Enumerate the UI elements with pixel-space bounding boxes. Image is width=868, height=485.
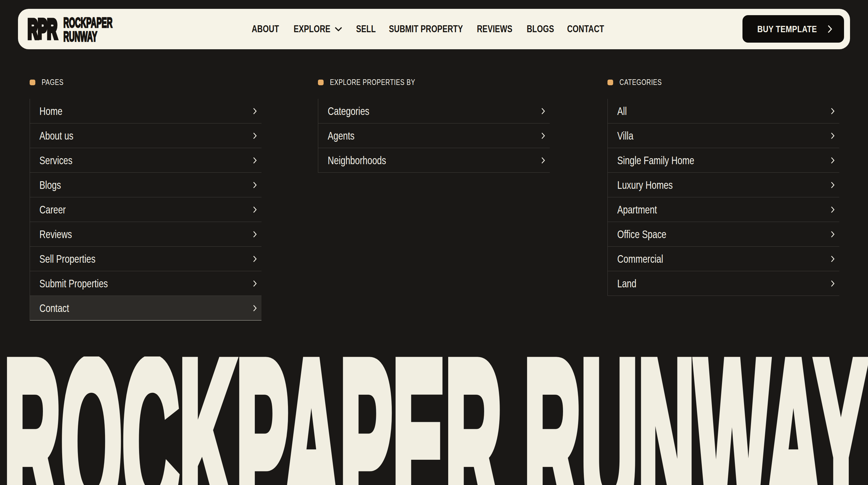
- chevron-right-icon: [541, 132, 545, 139]
- nav-item-explore[interactable]: EXPLORE: [293, 23, 331, 35]
- pages-list: Home About us Services Blogs Career Revi…: [30, 99, 261, 320]
- list-item-apartment[interactable]: Apartment: [608, 197, 839, 222]
- chevron-right-icon: [831, 206, 835, 213]
- list-item-about-us[interactable]: About us: [30, 123, 261, 148]
- giant-brand-text-svg: ROCKPAPER RUNWAY: [0, 356, 868, 485]
- logo-abbr-text: RPR: [28, 14, 57, 44]
- logo-name-mark: ROCKPAPER RUNWAY: [63, 9, 120, 49]
- list-item-contact[interactable]: Contact: [30, 296, 261, 320]
- orange-square-icon: [608, 80, 613, 85]
- giant-brand-text: ROCKPAPER RUNWAY: [0, 356, 868, 485]
- list-item-home[interactable]: Home: [30, 99, 261, 123]
- chevron-right-icon: [253, 181, 257, 189]
- nav-item-blogs[interactable]: BLOGS: [527, 23, 554, 35]
- nav-item-about[interactable]: ABOUT: [252, 23, 279, 35]
- chevron-right-icon: [253, 280, 257, 287]
- orange-square-icon: [30, 80, 35, 85]
- section-title: EXPLORE PROPERTIES BY: [330, 77, 415, 87]
- chevron-right-icon: [831, 231, 835, 238]
- top-navigation-bar: RPR ROCKPAPER RUNWAY ABOUT EXPLORE SELL …: [18, 9, 850, 49]
- list-item-office-space[interactable]: Office Space: [608, 222, 839, 247]
- logo-name-line1: ROCKPAPER: [63, 15, 113, 31]
- chevron-right-icon: [541, 157, 545, 164]
- explore-dropdown-chevron-icon: [335, 27, 342, 31]
- brand-logo[interactable]: RPR ROCKPAPER RUNWAY: [28, 9, 122, 49]
- list-item-single-family-home[interactable]: Single Family Home: [608, 148, 839, 173]
- chevron-right-icon: [253, 206, 257, 213]
- list-item-services[interactable]: Services: [30, 148, 261, 173]
- list-item-all[interactable]: All: [608, 99, 839, 123]
- nav-item-reviews[interactable]: REVIEWS: [477, 23, 513, 35]
- chevron-right-icon: [253, 157, 257, 164]
- list-item-agents[interactable]: Agents: [318, 123, 550, 148]
- chevron-right-icon: [253, 305, 257, 312]
- chevron-right-icon: [253, 231, 257, 238]
- chevron-right-icon: [253, 108, 257, 115]
- chevron-right-icon: [253, 255, 257, 262]
- chevron-right-icon: [253, 132, 257, 139]
- list-item-categories[interactable]: Categories: [318, 99, 550, 123]
- list-item-reviews[interactable]: Reviews: [30, 222, 261, 247]
- buy-template-label: BUY TEMPLATE: [757, 24, 817, 34]
- section-title: PAGES: [42, 77, 64, 87]
- explore-list: Categories Agents Neighborhoods: [318, 99, 550, 173]
- chevron-right-icon: [831, 157, 835, 164]
- page: { "colors": { "background": "#1a1816", "…: [0, 0, 868, 485]
- chevron-right-icon: [831, 132, 835, 139]
- list-item-blogs[interactable]: Blogs: [30, 173, 261, 197]
- explore-section-header: EXPLORE PROPERTIES BY: [318, 79, 442, 86]
- section-title: CATEGORIES: [619, 77, 662, 87]
- chevron-right-icon: [541, 108, 545, 115]
- list-item-career[interactable]: Career: [30, 197, 261, 222]
- logo-name-line2: RUNWAY: [63, 29, 97, 45]
- chevron-right-icon: [831, 181, 835, 189]
- logo-abbr-mark: RPR: [28, 9, 66, 49]
- list-item-submit-properties[interactable]: Submit Properties: [30, 271, 261, 296]
- nav-item-submit-property[interactable]: SUBMIT PROPERTY: [389, 23, 463, 35]
- nav-item-sell[interactable]: SELL: [356, 23, 376, 35]
- list-item-commercial[interactable]: Commercial: [608, 247, 839, 271]
- list-item-luxury-homes[interactable]: Luxury Homes: [608, 173, 839, 197]
- orange-square-icon: [318, 80, 323, 85]
- chevron-right-icon: [831, 108, 835, 115]
- buy-template-arrow-icon: [828, 25, 832, 33]
- pages-section-header: PAGES: [30, 79, 71, 86]
- list-item-neighborhoods[interactable]: Neighborhoods: [318, 148, 550, 173]
- categories-section-header: CATEGORIES: [608, 79, 675, 86]
- nav-item-contact[interactable]: CONTACT: [567, 23, 604, 35]
- giant-brand-text-label: ROCKPAPER RUNWAY: [4, 356, 867, 485]
- categories-list: All Villa Single Family Home Luxury Home…: [608, 99, 839, 296]
- list-item-land[interactable]: Land: [608, 271, 839, 296]
- chevron-right-icon: [831, 280, 835, 287]
- chevron-right-icon: [831, 255, 835, 262]
- list-item-villa[interactable]: Villa: [608, 123, 839, 148]
- buy-template-button[interactable]: BUY TEMPLATE: [742, 15, 844, 42]
- list-item-sell-properties[interactable]: Sell Properties: [30, 247, 261, 271]
